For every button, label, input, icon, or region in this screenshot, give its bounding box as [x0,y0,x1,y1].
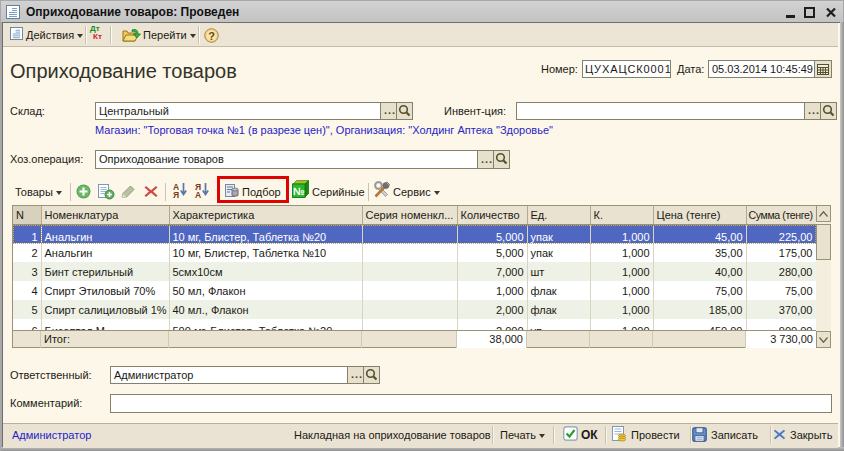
svg-text:?: ? [208,30,215,42]
svg-text:№: № [293,185,305,197]
svg-text:Я: Я [173,190,179,199]
svg-text:А: А [195,190,201,199]
